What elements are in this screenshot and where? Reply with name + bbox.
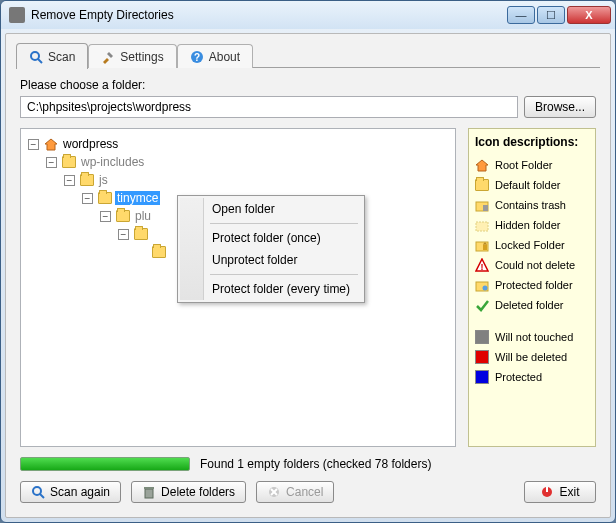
app-window: Remove Empty Directories — ☐ X Scan Sett…: [0, 0, 616, 523]
home-icon: [475, 158, 489, 172]
svg-point-14: [483, 286, 488, 291]
legend-item: Deleted folder: [475, 295, 589, 315]
cancel-button: Cancel: [256, 481, 334, 503]
minimize-button[interactable]: —: [507, 6, 535, 24]
folder-icon: [152, 246, 166, 258]
legend-item: Protected: [475, 367, 589, 387]
search-icon: [29, 50, 43, 64]
progress-bar: [20, 457, 190, 471]
gray-square-icon: [475, 330, 489, 344]
choose-folder-label: Please choose a folder:: [20, 78, 596, 92]
tab-about[interactable]: ? About: [177, 44, 253, 68]
separator: [210, 274, 358, 275]
scan-again-button[interactable]: Scan again: [20, 481, 121, 503]
power-icon: [540, 485, 554, 499]
svg-marker-4: [45, 139, 57, 150]
red-square-icon: [475, 350, 489, 364]
tab-strip: Scan Settings ? About: [16, 42, 600, 68]
path-row: Browse...: [20, 96, 596, 118]
browse-button[interactable]: Browse...: [524, 96, 596, 118]
tree-node-label: wp-includes: [79, 155, 146, 169]
search-icon: [31, 485, 45, 499]
tab-settings[interactable]: Settings: [88, 44, 176, 68]
trash-icon: [142, 485, 156, 499]
ctx-protect-every[interactable]: Protect folder (every time): [180, 278, 362, 300]
svg-rect-23: [546, 487, 548, 492]
legend-item: Locked Folder: [475, 235, 589, 255]
legend-item: Protected folder: [475, 275, 589, 295]
status-row: Found 1 empty folders (checked 78 folder…: [20, 457, 596, 471]
folder-icon: [80, 174, 94, 186]
context-menu: Open folder Protect folder (once) Unprot…: [177, 195, 365, 303]
tab-about-label: About: [209, 50, 240, 64]
folder-icon: [62, 156, 76, 168]
tree-node-label: tinymce: [115, 191, 160, 205]
ctx-open-folder[interactable]: Open folder: [180, 198, 362, 220]
titlebar[interactable]: Remove Empty Directories — ☐ X: [1, 1, 615, 29]
window-title: Remove Empty Directories: [31, 8, 501, 22]
legend-item: Will not touched: [475, 327, 589, 347]
svg-point-15: [33, 487, 41, 495]
tab-settings-label: Settings: [120, 50, 163, 64]
tree-node-root[interactable]: − wordpress: [25, 135, 451, 153]
tree-node[interactable]: − js: [25, 171, 451, 189]
legend-item: Contains trash: [475, 195, 589, 215]
folder-icon: [134, 228, 148, 240]
folder-protected-icon: [475, 278, 489, 292]
svg-line-1: [38, 59, 42, 63]
client-area: Scan Settings ? About Please choose a fo…: [5, 33, 611, 518]
folder-icon: [98, 192, 112, 204]
svg-rect-18: [144, 487, 154, 489]
svg-rect-7: [483, 205, 488, 211]
svg-rect-10: [483, 245, 487, 250]
app-icon: [9, 7, 25, 23]
svg-line-16: [40, 494, 44, 498]
tools-icon: [101, 50, 115, 64]
legend-item: Root Folder: [475, 155, 589, 175]
folder-icon: [475, 179, 489, 191]
collapse-icon[interactable]: −: [28, 139, 39, 150]
tab-body-scan: Please choose a folder: Browse... − wo: [16, 68, 600, 507]
tab-scan[interactable]: Scan: [16, 43, 88, 69]
exit-button[interactable]: Exit: [524, 481, 596, 503]
legend-title: Icon descriptions:: [475, 135, 589, 149]
legend-item: Default folder: [475, 175, 589, 195]
folder-path-input[interactable]: [20, 96, 518, 118]
legend-item: ! Could not delete: [475, 255, 589, 275]
collapse-icon[interactable]: −: [46, 157, 57, 168]
folder-tree[interactable]: − wordpress − wp-includes: [20, 128, 456, 447]
main-row: − wordpress − wp-includes: [20, 128, 596, 447]
check-icon: [475, 298, 489, 312]
svg-rect-8: [476, 222, 488, 231]
tab-scan-label: Scan: [48, 50, 75, 64]
ctx-protect-once[interactable]: Protect folder (once): [180, 227, 362, 249]
collapse-icon[interactable]: −: [82, 193, 93, 204]
delete-folders-button[interactable]: Delete folders: [131, 481, 246, 503]
folder-icon: [116, 210, 130, 222]
svg-rect-17: [145, 489, 153, 498]
tree-node[interactable]: − wp-includes: [25, 153, 451, 171]
svg-marker-5: [476, 160, 488, 171]
svg-text:?: ?: [194, 52, 200, 63]
svg-text:!: !: [481, 262, 484, 272]
folder-locked-icon: [475, 238, 489, 252]
warning-icon: !: [475, 258, 489, 272]
collapse-icon[interactable]: −: [118, 229, 129, 240]
folder-hidden-icon: [475, 218, 489, 232]
legend-panel: Icon descriptions: Root Folder Default f…: [468, 128, 596, 447]
collapse-icon[interactable]: −: [100, 211, 111, 222]
collapse-icon[interactable]: −: [64, 175, 75, 186]
window-controls: — ☐ X: [507, 6, 611, 24]
separator: [210, 223, 358, 224]
blue-square-icon: [475, 370, 489, 384]
home-icon: [44, 137, 58, 151]
maximize-button[interactable]: ☐: [537, 6, 565, 24]
cancel-icon: [267, 485, 281, 499]
tree-node-label: wordpress: [61, 137, 120, 151]
folder-trash-icon: [475, 198, 489, 212]
tree-node-label: js: [97, 173, 110, 187]
ctx-unprotect[interactable]: Unprotect folder: [180, 249, 362, 271]
legend-item: Hidden folder: [475, 215, 589, 235]
close-button[interactable]: X: [567, 6, 611, 24]
help-icon: ?: [190, 50, 204, 64]
